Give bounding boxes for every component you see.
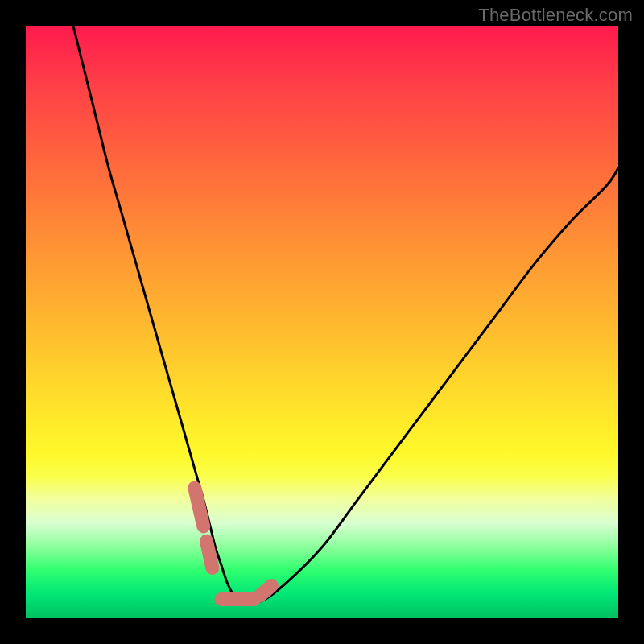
highlight-segment [207, 541, 213, 568]
plot-area [26, 26, 618, 618]
highlight-segment [260, 586, 272, 597]
highlight-markers [195, 488, 272, 599]
highlight-segment [195, 488, 204, 526]
curve-layer [26, 26, 618, 618]
bottleneck-curve [73, 26, 618, 602]
watermark-text: TheBottleneck.com [478, 5, 633, 26]
chart-frame: TheBottleneck.com [0, 0, 644, 644]
